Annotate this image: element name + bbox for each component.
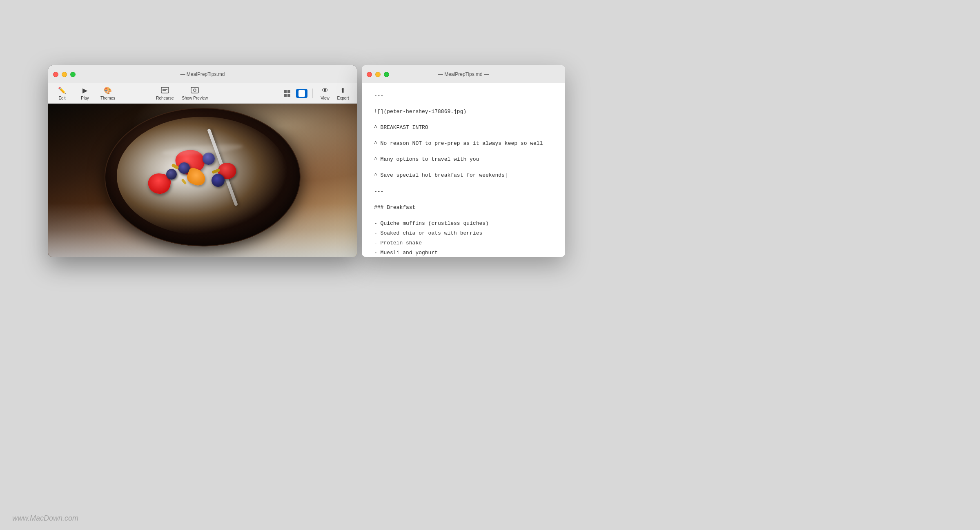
svg-point-4 <box>194 89 196 91</box>
editor-line: ^ Many options to travel with you <box>374 155 553 164</box>
editor-line-cursor: ^ Save special hot breakfast for weekend… <box>374 171 553 180</box>
toolbar-center: Rehearse Show Preview <box>156 86 208 100</box>
close-button-left[interactable] <box>53 72 58 77</box>
editor-line: - Quiche muffins (crustless quiches) <box>374 219 553 228</box>
rehearse-label: Rehearse <box>156 96 174 100</box>
svg-rect-7 <box>284 94 287 97</box>
food-image <box>48 104 357 257</box>
traffic-lights-left <box>53 72 76 77</box>
svg-rect-0 <box>161 87 169 93</box>
maximize-button-left[interactable] <box>70 72 76 77</box>
presentation-content <box>48 104 357 257</box>
editor-blank <box>374 165 553 170</box>
minimize-button-left[interactable] <box>62 72 67 77</box>
editor-line: ### Breakfast <box>374 203 553 212</box>
editor-blank <box>374 133 553 138</box>
left-window-title: — MealPrepTips.md <box>180 71 225 77</box>
single-view-button[interactable] <box>296 89 307 98</box>
play-button[interactable]: ▶ Play <box>78 86 92 100</box>
export-icon: ⬆ <box>339 86 347 95</box>
rehearse-icon <box>160 86 169 95</box>
svg-rect-3 <box>191 87 198 93</box>
view-button[interactable]: 👁 View <box>318 86 332 100</box>
rehearse-button[interactable]: Rehearse <box>156 86 174 100</box>
maximize-button-right[interactable] <box>384 72 389 77</box>
toolbar-separator <box>312 89 313 98</box>
editor-line: - Soaked chia or oats with berries <box>374 229 553 238</box>
editor-blank <box>374 101 553 106</box>
edit-button[interactable]: ✏️ Edit <box>55 86 69 100</box>
editor-blank <box>374 197 553 202</box>
editor-blank <box>374 117 553 122</box>
minimize-button-right[interactable] <box>375 72 381 77</box>
export-label: Export <box>337 96 349 100</box>
editor-area[interactable]: --- ![](peter-hershey-178869.jpg) ^ BREA… <box>362 83 565 257</box>
themes-button[interactable]: 🎨 Themes <box>100 86 115 100</box>
right-titlebar: — MealPrepTips.md — <box>362 65 565 83</box>
view-icon: 👁 <box>321 86 330 95</box>
show-preview-button[interactable]: Show Preview <box>182 86 208 100</box>
editor-line: - Protein shake <box>374 239 553 248</box>
left-toolbar: ✏️ Edit ▶ Play 🎨 Themes Rehea <box>48 83 357 104</box>
traffic-lights-right <box>367 72 389 77</box>
show-preview-label: Show Preview <box>182 96 208 100</box>
grid-view-button[interactable] <box>281 89 293 98</box>
right-window: — MealPrepTips.md — --- ![](peter-hershe… <box>362 65 565 257</box>
edit-label: Edit <box>58 96 65 100</box>
svg-rect-6 <box>287 90 290 93</box>
editor-line: ^ BREAKFAST INTRO <box>374 123 553 132</box>
svg-rect-9 <box>298 90 305 97</box>
view-label: View <box>321 96 330 100</box>
editor-line: ![](peter-hershey-178869.jpg) <box>374 107 553 116</box>
editor-blank <box>374 213 553 218</box>
left-titlebar: — MealPrepTips.md <box>48 65 357 83</box>
themes-icon: 🎨 <box>103 86 112 95</box>
watermark: www.MacDown.com <box>12 514 78 523</box>
editor-blank <box>374 181 553 186</box>
themes-label: Themes <box>100 96 115 100</box>
editor-line: --- <box>374 187 553 196</box>
editor-line: - Muesli and yoghurt <box>374 248 553 257</box>
editor-blank <box>374 149 553 154</box>
show-preview-icon <box>190 86 199 95</box>
svg-rect-5 <box>284 90 287 93</box>
svg-rect-8 <box>287 94 290 97</box>
play-label: Play <box>81 96 89 100</box>
right-window-title: — MealPrepTips.md — <box>438 71 489 77</box>
editor-line: ^ No reason NOT to pre-prep as it always… <box>374 139 553 148</box>
export-button[interactable]: ⬆ Export <box>336 86 350 100</box>
editor-line: --- <box>374 91 553 100</box>
toolbar-right: 👁 View ⬆ Export <box>281 86 350 100</box>
edit-icon: ✏️ <box>58 86 67 95</box>
close-button-right[interactable] <box>367 72 372 77</box>
play-icon: ▶ <box>80 86 89 95</box>
left-window: — MealPrepTips.md ✏️ Edit ▶ Play 🎨 Theme… <box>48 65 357 257</box>
